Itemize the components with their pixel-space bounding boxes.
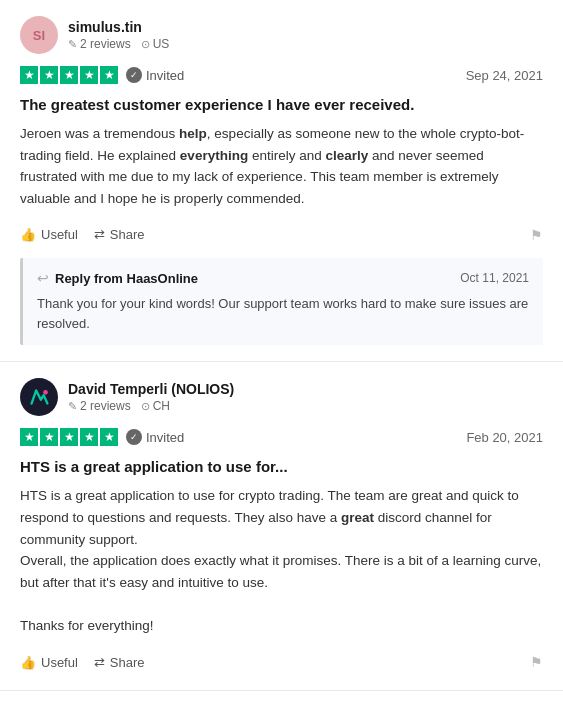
reviewer-info: simulus.tin ✎ 2 reviews ⊙ US (68, 19, 169, 51)
review-title: The greatest customer experience I have … (20, 94, 543, 115)
reviewer-meta: ✎ 2 reviews ⊙ US (68, 37, 169, 51)
review-actions-2: 👍 Useful ⇄ Share ⚑ (20, 651, 543, 674)
share-icon-2: ⇄ (94, 655, 105, 670)
thumbup-icon-2: 👍 (20, 655, 36, 670)
rating-left: ★ ★ ★ ★ ★ ✓ Invited (20, 66, 184, 84)
reviewer-name: simulus.tin (68, 19, 169, 35)
pencil-icon-2: ✎ (68, 400, 77, 413)
star-2-1: ★ (20, 428, 38, 446)
share-button[interactable]: ⇄ Share (94, 223, 145, 246)
reviewer-name-2: David Temperli (NOLIOS) (68, 381, 234, 397)
invited-badge-2: ✓ Invited (126, 429, 184, 445)
actions-left: 👍 Useful ⇄ Share (20, 223, 145, 246)
flag-icon: ⚑ (530, 227, 543, 243)
reviewer-meta-2: ✎ 2 reviews ⊙ CH (68, 399, 234, 413)
flag-button[interactable]: ⚑ (530, 227, 543, 243)
share-label-2: Share (110, 655, 145, 670)
location-icon-2: ⊙ (141, 400, 150, 413)
star-2-5: ★ (100, 428, 118, 446)
review-body: Jeroen was a tremendous help, especially… (20, 123, 543, 209)
invited-badge: ✓ Invited (126, 67, 184, 83)
star-4: ★ (80, 66, 98, 84)
location: US (153, 37, 170, 51)
svg-point-1 (43, 390, 48, 395)
invited-label-2: Invited (146, 430, 184, 445)
useful-button[interactable]: 👍 Useful (20, 223, 78, 246)
review-actions: 👍 Useful ⇄ Share ⚑ (20, 223, 543, 246)
reviews-list: SI simulus.tin ✎ 2 reviews ⊙ US (0, 0, 563, 691)
rating-row-2: ★ ★ ★ ★ ★ ✓ Invited Feb 20, 2021 (20, 428, 543, 446)
star-2: ★ (40, 66, 58, 84)
review-date-2: Feb 20, 2021 (466, 430, 543, 445)
location-icon: ⊙ (141, 38, 150, 51)
rating-left-2: ★ ★ ★ ★ ★ ✓ Invited (20, 428, 184, 446)
useful-label-2: Useful (41, 655, 78, 670)
reviews-count: 2 reviews (80, 37, 131, 51)
star-rating-2: ★ ★ ★ ★ ★ (20, 428, 118, 446)
reply-header: ↩ Reply from HaasOnline Oct 11, 2021 (37, 270, 529, 286)
invited-check-icon-2: ✓ (126, 429, 142, 445)
reply-date: Oct 11, 2021 (460, 271, 529, 285)
share-label: Share (110, 227, 145, 242)
reviewer-header-2: David Temperli (NOLIOS) ✎ 2 reviews ⊙ CH (20, 378, 543, 416)
location-item: ⊙ US (141, 37, 170, 51)
reviewer-info-2: David Temperli (NOLIOS) ✎ 2 reviews ⊙ CH (68, 381, 234, 413)
avatar: SI (20, 16, 58, 54)
reviews-count-item: ✎ 2 reviews (68, 37, 131, 51)
review-card: SI simulus.tin ✎ 2 reviews ⊙ US (0, 0, 563, 362)
reviewer-header: SI simulus.tin ✎ 2 reviews ⊙ US (20, 16, 543, 54)
reply-author: Reply from HaasOnline (55, 271, 198, 286)
reviews-count-2: 2 reviews (80, 399, 131, 413)
flag-button-2[interactable]: ⚑ (530, 654, 543, 670)
reply-author-row: ↩ Reply from HaasOnline (37, 270, 198, 286)
star-3: ★ (60, 66, 78, 84)
review-body-2: HTS is a great application to use for cr… (20, 485, 543, 636)
share-button-2[interactable]: ⇄ Share (94, 651, 145, 674)
review-date: Sep 24, 2021 (466, 68, 543, 83)
invited-check-icon: ✓ (126, 67, 142, 83)
star-2-2: ★ (40, 428, 58, 446)
useful-label: Useful (41, 227, 78, 242)
star-5: ★ (100, 66, 118, 84)
avatar-2 (20, 378, 58, 416)
location-2: CH (153, 399, 170, 413)
review-title-2: HTS is a great application to use for... (20, 456, 543, 477)
reply-arrow-icon: ↩ (37, 270, 49, 286)
pencil-icon: ✎ (68, 38, 77, 51)
invited-label: Invited (146, 68, 184, 83)
star-1: ★ (20, 66, 38, 84)
reviews-count-item-2: ✎ 2 reviews (68, 399, 131, 413)
reply-text: Thank you for your kind words! Our suppo… (37, 294, 529, 333)
location-item-2: ⊙ CH (141, 399, 170, 413)
star-2-3: ★ (60, 428, 78, 446)
star-rating: ★ ★ ★ ★ ★ (20, 66, 118, 84)
reply-box: ↩ Reply from HaasOnline Oct 11, 2021 Tha… (20, 258, 543, 345)
rating-row: ★ ★ ★ ★ ★ ✓ Invited Sep 24, 2021 (20, 66, 543, 84)
share-icon: ⇄ (94, 227, 105, 242)
star-2-4: ★ (80, 428, 98, 446)
useful-button-2[interactable]: 👍 Useful (20, 651, 78, 674)
review-card-2: David Temperli (NOLIOS) ✎ 2 reviews ⊙ CH… (0, 362, 563, 690)
thumbup-icon: 👍 (20, 227, 36, 242)
actions-left-2: 👍 Useful ⇄ Share (20, 651, 145, 674)
flag-icon-2: ⚑ (530, 654, 543, 670)
nolios-logo-icon (25, 383, 53, 411)
